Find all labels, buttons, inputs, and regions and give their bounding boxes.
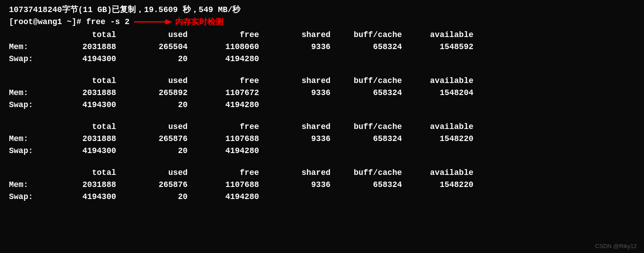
swap-cell-3-2: 20 (125, 191, 197, 203)
mem-cell-3-3: 1107688 (197, 179, 268, 191)
table-header-0: totalusedfreesharedbuff/cacheavailable (9, 29, 635, 41)
header-cell-3-1: total (54, 167, 125, 179)
swap-row-1: Swap:4194300204194280 (9, 99, 635, 111)
free-table-0: totalusedfreesharedbuff/cacheavailableMe… (9, 29, 635, 71)
mem-cell-2-6: 1548220 (411, 133, 482, 145)
top-line: 10737418240字节(11 GB)已复制，19.5609 秒，549 MB… (9, 4, 635, 16)
header-cell-0-0 (9, 29, 54, 41)
header-cell-3-3: free (197, 167, 268, 179)
header-cell-2-6: available (411, 121, 482, 133)
free-table-2: totalusedfreesharedbuff/cacheavailableMe… (9, 121, 635, 163)
free-table-1: totalusedfreesharedbuff/cacheavailableMe… (9, 75, 635, 117)
mem-cell-0-1: 2031888 (54, 41, 125, 53)
red-arrow-icon (133, 17, 173, 27)
header-cell-1-5: buff/cache (339, 75, 411, 87)
mem-cell-2-2: 265876 (125, 133, 197, 145)
mem-cell-2-3: 1107688 (197, 133, 268, 145)
mem-cell-1-1: 2031888 (54, 87, 125, 99)
swap-cell-3-3: 4194280 (197, 191, 268, 203)
header-cell-0-2: used (125, 29, 197, 41)
watermark: CSDN @Riky12 (595, 243, 637, 249)
mem-cell-3-1: 2031888 (54, 179, 125, 191)
swap-row-3: Swap:4194300204194280 (9, 191, 635, 203)
mem-row-1: Mem:203188826589211076729336658324154820… (9, 87, 635, 99)
header-cell-2-2: used (125, 121, 197, 133)
header-cell-1-1: total (54, 75, 125, 87)
header-cell-3-2: used (125, 167, 197, 179)
mem-cell-2-0: Mem: (9, 133, 54, 145)
spacer-1 (9, 111, 635, 117)
swap-row-2: Swap:4194300204194280 (9, 145, 635, 157)
mem-cell-0-3: 1108060 (197, 41, 268, 53)
mem-cell-0-0: Mem: (9, 41, 54, 53)
svg-marker-1 (165, 19, 172, 25)
header-cell-1-4: shared (268, 75, 339, 87)
tables-container: totalusedfreesharedbuff/cacheavailableMe… (9, 29, 635, 209)
mem-row-0: Mem:203188826550411080609336658324154859… (9, 41, 635, 53)
header-cell-0-5: buff/cache (339, 29, 411, 41)
header-cell-1-3: free (197, 75, 268, 87)
header-cell-2-1: total (54, 121, 125, 133)
swap-cell-0-0: Swap: (9, 53, 54, 65)
swap-cell-3-0: Swap: (9, 191, 54, 203)
mem-cell-0-2: 265504 (125, 41, 197, 53)
prompt-line: [root@wang1 ~]# free -s 2 内存实时检测 (9, 17, 635, 27)
mem-cell-3-4: 9336 (268, 179, 339, 191)
mem-cell-2-1: 2031888 (54, 133, 125, 145)
header-cell-0-6: available (411, 29, 482, 41)
swap-cell-0-3: 4194280 (197, 53, 268, 65)
swap-cell-1-1: 4194300 (54, 99, 125, 111)
mem-cell-2-4: 9336 (268, 133, 339, 145)
swap-cell-1-0: Swap: (9, 99, 54, 111)
prompt-text: [root@wang1 ~]# free -s 2 (9, 17, 130, 26)
swap-cell-2-1: 4194300 (54, 145, 125, 157)
header-cell-0-4: shared (268, 29, 339, 41)
mem-cell-1-3: 1107672 (197, 87, 268, 99)
mem-row-2: Mem:203188826587611076889336658324154822… (9, 133, 635, 145)
table-header-2: totalusedfreesharedbuff/cacheavailable (9, 121, 635, 133)
swap-cell-2-2: 20 (125, 145, 197, 157)
mem-cell-3-6: 1548220 (411, 179, 482, 191)
header-cell-3-5: buff/cache (339, 167, 411, 179)
header-cell-2-4: shared (268, 121, 339, 133)
header-cell-3-0 (9, 167, 54, 179)
spacer-0 (9, 65, 635, 71)
header-cell-0-1: total (54, 29, 125, 41)
header-cell-1-2: used (125, 75, 197, 87)
mem-cell-0-6: 1548592 (411, 41, 482, 53)
header-cell-2-5: buff/cache (339, 121, 411, 133)
header-cell-1-6: available (411, 75, 482, 87)
mem-cell-1-0: Mem: (9, 87, 54, 99)
header-cell-2-3: free (197, 121, 268, 133)
swap-cell-0-1: 4194300 (54, 53, 125, 65)
mem-cell-2-5: 658324 (339, 133, 411, 145)
mem-cell-0-4: 9336 (268, 41, 339, 53)
mem-cell-1-2: 265892 (125, 87, 197, 99)
mem-cell-3-0: Mem: (9, 179, 54, 191)
swap-cell-0-2: 20 (125, 53, 197, 65)
mem-cell-3-2: 265876 (125, 179, 197, 191)
spacer-2 (9, 157, 635, 163)
header-cell-3-4: shared (268, 167, 339, 179)
spacer-3 (9, 203, 635, 209)
swap-cell-2-3: 4194280 (197, 145, 268, 157)
mem-cell-1-6: 1548204 (411, 87, 482, 99)
mem-cell-3-5: 658324 (339, 179, 411, 191)
swap-cell-1-2: 20 (125, 99, 197, 111)
arrow-annotation: 内存实时检测 (133, 17, 223, 27)
table-header-1: totalusedfreesharedbuff/cacheavailable (9, 75, 635, 87)
table-header-3: totalusedfreesharedbuff/cacheavailable (9, 167, 635, 179)
header-cell-3-6: available (411, 167, 482, 179)
swap-cell-1-3: 4194280 (197, 99, 268, 111)
mem-cell-1-5: 658324 (339, 87, 411, 99)
mem-row-3: Mem:203188826587611076889336658324154822… (9, 179, 635, 191)
swap-cell-3-1: 4194300 (54, 191, 125, 203)
annotation-label: 内存实时检测 (175, 17, 223, 27)
free-table-3: totalusedfreesharedbuff/cacheavailableMe… (9, 167, 635, 209)
swap-row-0: Swap:4194300204194280 (9, 53, 635, 65)
header-cell-0-3: free (197, 29, 268, 41)
mem-cell-1-4: 9336 (268, 87, 339, 99)
header-cell-2-0 (9, 121, 54, 133)
swap-cell-2-0: Swap: (9, 145, 54, 157)
mem-cell-0-5: 658324 (339, 41, 411, 53)
